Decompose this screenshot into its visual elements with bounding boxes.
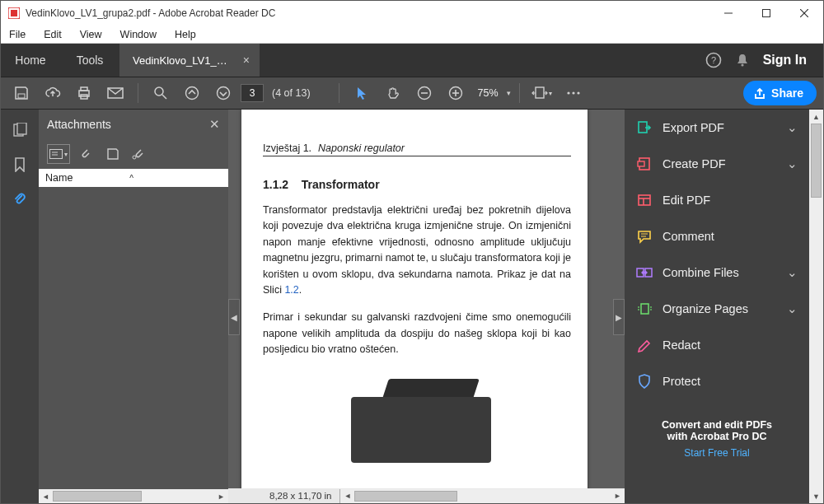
svg-point-17	[218, 87, 230, 100]
cloud-upload-icon[interactable]	[39, 79, 67, 107]
tab-close-icon[interactable]: ×	[240, 54, 253, 67]
menu-help[interactable]: Help	[171, 27, 199, 42]
tool-protect[interactable]: Protect	[625, 363, 809, 399]
create-icon	[636, 156, 653, 171]
close-button[interactable]	[785, 1, 823, 26]
thumbnails-icon[interactable]	[11, 121, 29, 139]
chevron-down-icon: ⌄	[787, 266, 798, 279]
collapse-right-icon[interactable]: ▶	[613, 299, 625, 335]
zoom-out-icon[interactable]	[410, 79, 438, 107]
tab-home[interactable]: Home	[1, 44, 60, 77]
svg-rect-36	[639, 195, 650, 205]
svg-rect-35	[638, 161, 644, 166]
titlebar: VedinKlovo_LV1_grupa2.pdf - Adobe Acroba…	[1, 1, 823, 26]
find-icon[interactable]	[147, 79, 175, 107]
zoom-level[interactable]: 75%	[473, 87, 503, 99]
attachments-hscroll[interactable]: ◄►	[39, 489, 228, 503]
attach-save-icon[interactable]	[103, 144, 123, 164]
running-head-num: Izvještaj 1.	[263, 142, 311, 154]
tool-export-pdf[interactable]: Export PDF ⌄	[625, 110, 809, 146]
sign-in-button[interactable]: Sign In	[763, 53, 807, 68]
redact-icon	[636, 338, 653, 352]
svg-rect-23	[536, 87, 544, 98]
svg-point-8	[741, 63, 743, 66]
menu-edit[interactable]: Edit	[40, 27, 65, 42]
collapse-left-icon[interactable]: ◀	[228, 299, 240, 335]
window-vscroll[interactable]: ▲ ▼	[809, 110, 823, 503]
zoom-in-icon[interactable]	[442, 79, 470, 107]
start-trial-link[interactable]: Start Free Trial	[634, 447, 799, 459]
tool-redact[interactable]: Redact	[625, 327, 809, 363]
menu-file[interactable]: File	[6, 27, 29, 42]
tool-edit-pdf[interactable]: Edit PDF	[625, 182, 809, 218]
selection-icon[interactable]	[348, 79, 376, 107]
svg-text:?: ?	[711, 55, 716, 65]
document-viewport[interactable]: ◀ Izvještaj 1. Naponski regulator 1.1.2 …	[228, 110, 625, 488]
svg-rect-3	[763, 10, 770, 17]
tab-document[interactable]: VedinKlovo_LV1_gr... ×	[119, 44, 260, 77]
zoom-dropdown-icon[interactable]: ▾	[507, 89, 511, 97]
page-total-label: (4 of 13)	[272, 87, 311, 99]
document-area: ◀ Izvještaj 1. Naponski regulator 1.1.2 …	[228, 110, 625, 503]
paragraph-1: Transformator predstavlja električni ure…	[263, 203, 571, 298]
help-icon[interactable]: ?	[705, 52, 722, 68]
hand-icon[interactable]	[379, 79, 407, 107]
attach-add-icon[interactable]	[129, 144, 149, 164]
tool-create-pdf[interactable]: Create PDF ⌄	[625, 146, 809, 182]
attachments-close-icon[interactable]: ✕	[209, 117, 220, 132]
svg-point-26	[577, 91, 579, 94]
tab-tools[interactable]: Tools	[60, 44, 119, 77]
attachments-icon[interactable]	[11, 190, 29, 208]
svg-rect-11	[81, 87, 87, 91]
share-icon	[753, 86, 766, 100]
running-head-title: Naponski regulator	[318, 142, 405, 154]
section-title: Transformator	[302, 178, 380, 191]
svg-point-14	[155, 87, 163, 96]
chevron-down-icon: ⌄	[787, 157, 798, 170]
promo-box: Convert and edit PDFs with Acrobat Pro D…	[625, 414, 809, 464]
export-icon	[636, 120, 653, 135]
document-hscroll[interactable]: ◄►	[339, 489, 625, 503]
tool-comment[interactable]: Comment	[625, 218, 809, 254]
fit-width-icon[interactable]: ▾	[528, 79, 556, 107]
menu-view[interactable]: View	[77, 27, 105, 42]
attach-open-icon[interactable]	[77, 144, 96, 164]
email-icon[interactable]	[101, 79, 129, 107]
save-icon[interactable]	[7, 79, 35, 107]
page-up-icon[interactable]	[178, 79, 206, 107]
menubar: File Edit View Window Help	[1, 26, 823, 44]
right-tools-pane: Export PDF ⌄ Create PDF ⌄ Edit PDF Comme…	[625, 110, 809, 503]
maximize-button[interactable]	[747, 1, 785, 26]
svg-rect-1	[11, 10, 17, 16]
svg-rect-9	[18, 94, 25, 98]
tab-document-label: VedinKlovo_LV1_gr...	[133, 54, 233, 67]
svg-point-24	[567, 91, 569, 94]
chevron-down-icon: ⌄	[787, 302, 798, 315]
print-icon[interactable]	[70, 79, 98, 107]
document-status-bar: 8,28 x 11,70 in ◄►	[228, 488, 625, 503]
svg-rect-28	[17, 123, 26, 134]
page-down-icon[interactable]	[209, 79, 237, 107]
tool-organize-pages[interactable]: Organize Pages ⌄	[625, 291, 809, 327]
attachments-title: Attachments	[47, 118, 111, 131]
bookmark-icon[interactable]	[11, 156, 29, 174]
menu-window[interactable]: Window	[117, 27, 160, 42]
work-area: Attachments ✕ ▾ Name ^ ◄► ◀ Izvještaj 1.…	[1, 110, 823, 503]
minimize-button[interactable]	[709, 1, 747, 26]
organize-icon	[636, 301, 653, 316]
protect-icon	[636, 374, 653, 389]
bell-icon[interactable]	[735, 53, 750, 68]
share-button[interactable]: Share	[743, 81, 817, 105]
attachments-list	[39, 187, 228, 489]
figure-ref-link[interactable]: 1.2	[284, 284, 298, 296]
attach-options-icon[interactable]: ▾	[47, 144, 70, 164]
figure-image	[263, 372, 571, 463]
tool-combine-files[interactable]: Combine Files ⌄	[625, 254, 809, 291]
page-number-input[interactable]	[241, 84, 264, 102]
svg-point-16	[186, 87, 199, 100]
svg-point-25	[572, 91, 574, 94]
attachments-column-header[interactable]: Name ^	[39, 169, 228, 187]
svg-rect-29	[50, 150, 63, 159]
more-tools-icon[interactable]	[559, 79, 588, 107]
app-icon	[7, 7, 21, 20]
